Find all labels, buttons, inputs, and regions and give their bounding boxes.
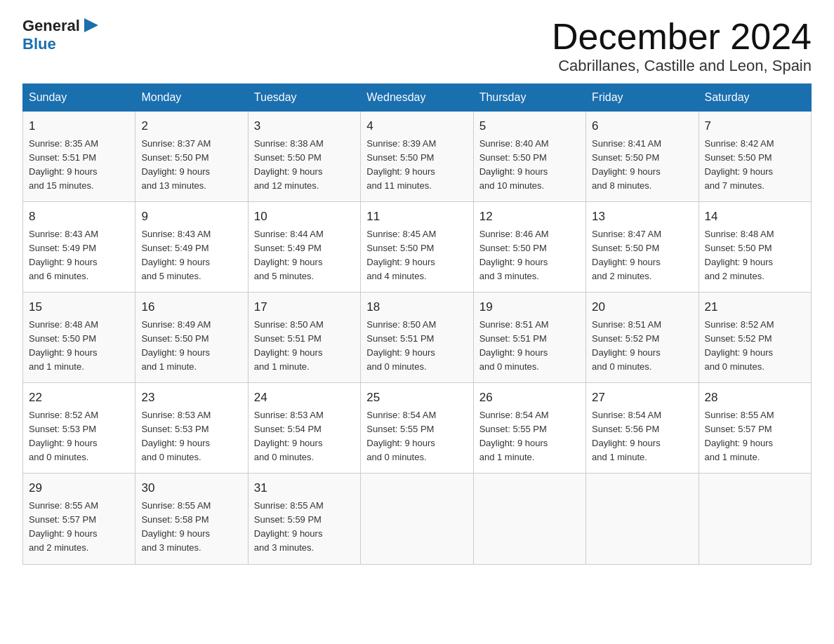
page-header: General Blue December 2024 Cabrillanes, … [22,17,812,75]
logo-arrow-icon [81,15,101,35]
logo-blue: Blue [22,35,56,53]
day-number: 6 [592,117,692,135]
day-info: Sunrise: 8:55 AMSunset: 5:59 PMDaylight:… [254,499,355,556]
day-info: Sunrise: 8:53 AMSunset: 5:54 PMDaylight:… [254,408,355,465]
calendar-cell: 27Sunrise: 8:54 AMSunset: 5:56 PMDayligh… [586,383,699,474]
calendar-cell: 8Sunrise: 8:43 AMSunset: 5:49 PMDaylight… [23,202,135,293]
svg-marker-0 [84,18,98,32]
day-info: Sunrise: 8:44 AMSunset: 5:49 PMDaylight:… [254,227,355,284]
day-number: 5 [479,117,580,135]
calendar-cell [699,474,811,564]
day-number: 2 [141,117,241,135]
day-info: Sunrise: 8:51 AMSunset: 5:52 PMDaylight:… [592,318,692,375]
day-number: 17 [254,298,355,316]
day-number: 8 [29,208,129,226]
calendar-cell: 2Sunrise: 8:37 AMSunset: 5:50 PMDaylight… [135,112,248,202]
week-row-1: 1Sunrise: 8:35 AMSunset: 5:51 PMDaylight… [23,112,812,202]
day-info: Sunrise: 8:35 AMSunset: 5:51 PMDaylight:… [29,137,129,194]
header-wednesday: Wednesday [361,84,473,112]
day-number: 10 [254,208,355,226]
header-friday: Friday [586,84,699,112]
day-info: Sunrise: 8:41 AMSunset: 5:50 PMDaylight:… [592,137,692,194]
day-info: Sunrise: 8:43 AMSunset: 5:49 PMDaylight:… [141,227,241,284]
calendar-cell: 24Sunrise: 8:53 AMSunset: 5:54 PMDayligh… [248,383,360,474]
calendar-cell: 20Sunrise: 8:51 AMSunset: 5:52 PMDayligh… [586,293,699,383]
calendar-cell [361,474,473,564]
calendar-cell: 15Sunrise: 8:48 AMSunset: 5:50 PMDayligh… [23,293,135,383]
calendar-cell: 7Sunrise: 8:42 AMSunset: 5:50 PMDaylight… [699,112,811,202]
day-info: Sunrise: 8:47 AMSunset: 5:50 PMDaylight:… [592,227,692,284]
day-info: Sunrise: 8:53 AMSunset: 5:53 PMDaylight:… [141,408,241,465]
calendar-cell: 9Sunrise: 8:43 AMSunset: 5:49 PMDaylight… [135,202,248,293]
day-info: Sunrise: 8:39 AMSunset: 5:50 PMDaylight:… [366,137,467,194]
day-number: 23 [141,389,241,407]
day-number: 11 [366,208,467,226]
day-number: 29 [29,479,129,497]
calendar-table: SundayMondayTuesdayWednesdayThursdayFrid… [22,83,812,564]
week-row-2: 8Sunrise: 8:43 AMSunset: 5:49 PMDaylight… [23,202,812,293]
header-saturday: Saturday [699,84,811,112]
page-subtitle: Cabrillanes, Castille and Leon, Spain [552,57,812,75]
day-number: 16 [141,298,241,316]
calendar-cell: 28Sunrise: 8:55 AMSunset: 5:57 PMDayligh… [699,383,811,474]
day-number: 9 [141,208,241,226]
calendar-cell [586,474,699,564]
day-info: Sunrise: 8:45 AMSunset: 5:50 PMDaylight:… [366,227,467,284]
day-info: Sunrise: 8:38 AMSunset: 5:50 PMDaylight:… [254,137,355,194]
calendar-cell: 1Sunrise: 8:35 AMSunset: 5:51 PMDaylight… [23,112,135,202]
day-info: Sunrise: 8:48 AMSunset: 5:50 PMDaylight:… [29,318,129,375]
day-number: 20 [592,298,692,316]
week-row-4: 22Sunrise: 8:52 AMSunset: 5:53 PMDayligh… [23,383,812,474]
header-monday: Monday [135,84,248,112]
calendar-cell: 29Sunrise: 8:55 AMSunset: 5:57 PMDayligh… [23,474,135,564]
day-info: Sunrise: 8:48 AMSunset: 5:50 PMDaylight:… [705,227,805,284]
day-info: Sunrise: 8:40 AMSunset: 5:50 PMDaylight:… [479,137,580,194]
day-info: Sunrise: 8:54 AMSunset: 5:55 PMDaylight:… [366,408,467,465]
header-sunday: Sunday [23,84,135,112]
logo: General Blue [22,17,101,53]
day-number: 1 [29,117,129,135]
day-info: Sunrise: 8:46 AMSunset: 5:50 PMDaylight:… [479,227,580,284]
day-number: 3 [254,117,355,135]
day-info: Sunrise: 8:50 AMSunset: 5:51 PMDaylight:… [254,318,355,375]
page-title: December 2024 [552,17,812,57]
calendar-cell: 13Sunrise: 8:47 AMSunset: 5:50 PMDayligh… [586,202,699,293]
calendar-cell: 6Sunrise: 8:41 AMSunset: 5:50 PMDaylight… [586,112,699,202]
calendar-cell: 12Sunrise: 8:46 AMSunset: 5:50 PMDayligh… [473,202,585,293]
calendar-cell: 23Sunrise: 8:53 AMSunset: 5:53 PMDayligh… [135,383,248,474]
calendar-cell: 16Sunrise: 8:49 AMSunset: 5:50 PMDayligh… [135,293,248,383]
day-number: 4 [366,117,467,135]
calendar-cell: 14Sunrise: 8:48 AMSunset: 5:50 PMDayligh… [699,202,811,293]
day-info: Sunrise: 8:52 AMSunset: 5:53 PMDaylight:… [29,408,129,465]
calendar-cell: 19Sunrise: 8:51 AMSunset: 5:51 PMDayligh… [473,293,585,383]
day-info: Sunrise: 8:37 AMSunset: 5:50 PMDaylight:… [141,137,241,194]
day-number: 26 [479,389,580,407]
day-number: 12 [479,208,580,226]
day-number: 30 [141,479,241,497]
day-info: Sunrise: 8:52 AMSunset: 5:52 PMDaylight:… [705,318,805,375]
day-number: 7 [705,117,805,135]
calendar-cell [473,474,585,564]
calendar-cell: 17Sunrise: 8:50 AMSunset: 5:51 PMDayligh… [248,293,360,383]
calendar-cell: 4Sunrise: 8:39 AMSunset: 5:50 PMDaylight… [361,112,473,202]
day-number: 31 [254,479,355,497]
header-tuesday: Tuesday [248,84,360,112]
calendar-body: 1Sunrise: 8:35 AMSunset: 5:51 PMDaylight… [23,112,812,564]
day-info: Sunrise: 8:55 AMSunset: 5:57 PMDaylight:… [705,408,805,465]
day-number: 19 [479,298,580,316]
calendar-cell: 11Sunrise: 8:45 AMSunset: 5:50 PMDayligh… [361,202,473,293]
week-row-3: 15Sunrise: 8:48 AMSunset: 5:50 PMDayligh… [23,293,812,383]
calendar-cell: 22Sunrise: 8:52 AMSunset: 5:53 PMDayligh… [23,383,135,474]
week-row-5: 29Sunrise: 8:55 AMSunset: 5:57 PMDayligh… [23,474,812,564]
calendar-cell: 26Sunrise: 8:54 AMSunset: 5:55 PMDayligh… [473,383,585,474]
calendar-cell: 10Sunrise: 8:44 AMSunset: 5:49 PMDayligh… [248,202,360,293]
day-number: 21 [705,298,805,316]
calendar-cell: 3Sunrise: 8:38 AMSunset: 5:50 PMDaylight… [248,112,360,202]
day-info: Sunrise: 8:49 AMSunset: 5:50 PMDaylight:… [141,318,241,375]
calendar-header-row: SundayMondayTuesdayWednesdayThursdayFrid… [23,84,812,112]
day-info: Sunrise: 8:54 AMSunset: 5:56 PMDaylight:… [592,408,692,465]
header-thursday: Thursday [473,84,585,112]
day-info: Sunrise: 8:55 AMSunset: 5:57 PMDaylight:… [29,499,129,556]
day-info: Sunrise: 8:55 AMSunset: 5:58 PMDaylight:… [141,499,241,556]
day-number: 14 [705,208,805,226]
